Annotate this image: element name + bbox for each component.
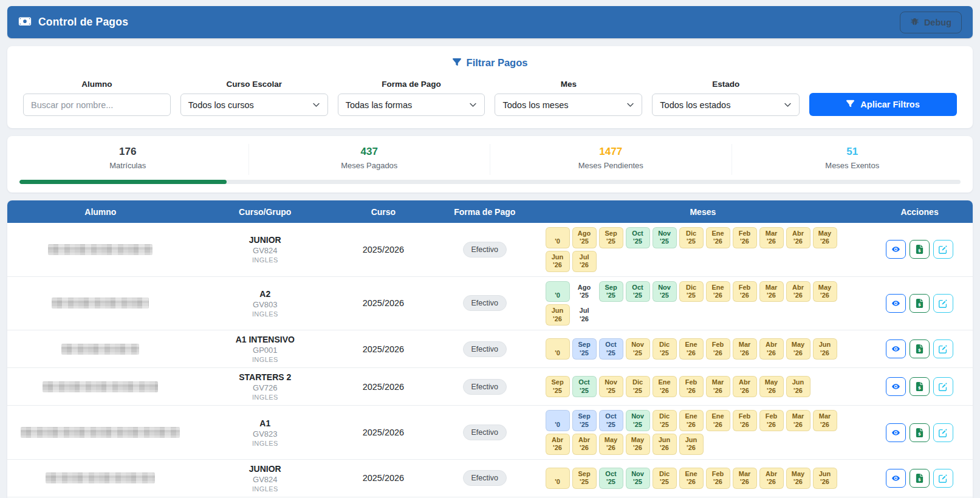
month-chip-pending[interactable]: May'26 — [813, 281, 837, 302]
invoice-button[interactable]: $ — [910, 294, 930, 313]
month-chip-none[interactable]: Ago'25 — [572, 281, 597, 302]
month-chip-paid[interactable]: Nov'25 — [626, 468, 650, 489]
month-chip-pending[interactable]: Feb'26 — [733, 227, 757, 248]
edit-button[interactable] — [933, 377, 953, 396]
view-payments-button[interactable] — [886, 377, 906, 396]
month-chip-pending[interactable]: Mar'26 — [759, 227, 784, 248]
month-chip-paid[interactable]: Oct'25 — [599, 468, 623, 489]
view-payments-button[interactable] — [886, 294, 906, 313]
month-chip-pending[interactable]: Jun'26 — [813, 468, 837, 489]
month-chip-pending[interactable]: Mar'26 — [706, 376, 730, 397]
month-chip-paid[interactable]: Oct'25 — [572, 376, 597, 397]
month-chip-paid[interactable]: Oct'25 — [626, 281, 650, 302]
month-chip-pending[interactable]: Ene'26 — [706, 281, 730, 302]
edit-button[interactable] — [933, 423, 953, 442]
month-chip-pending[interactable]: Ene'26 — [706, 227, 730, 248]
invoice-button[interactable]: $ — [910, 469, 930, 488]
month-chip-pending[interactable]: Mar'26 — [786, 410, 810, 431]
month-chip-pending[interactable]: Ene'26 — [679, 338, 704, 360]
month-chip-pending[interactable]: '0 — [546, 468, 570, 489]
month-chip-exempt[interactable]: '0 — [546, 410, 570, 431]
month-chip-pending[interactable]: Abr'26 — [546, 434, 570, 455]
invoice-button[interactable]: $ — [910, 423, 930, 442]
month-chip-pending[interactable]: Dic'25 — [679, 227, 704, 248]
month-chip-pending[interactable]: '0 — [546, 338, 570, 360]
month-chip-pending[interactable]: Jun'26 — [546, 304, 570, 326]
filter-select-mes[interactable]: Todos los meses — [495, 94, 642, 116]
month-chip-pending[interactable]: Abr'26 — [786, 227, 810, 248]
month-chip-pending[interactable]: May'26 — [786, 468, 810, 489]
month-chip-pending[interactable]: Dic'25 — [653, 468, 677, 489]
month-chip-pending[interactable]: Jun'26 — [679, 434, 704, 455]
view-payments-button[interactable] — [886, 423, 906, 442]
month-chip-pending[interactable]: Mar'26 — [759, 281, 784, 302]
search-student-input[interactable] — [23, 94, 171, 116]
month-chip-pending[interactable]: Mar'26 — [733, 468, 757, 489]
month-chip-pending[interactable]: Nov'25 — [599, 376, 623, 397]
month-chip-paid[interactable]: Oct'25 — [626, 227, 650, 248]
view-payments-button[interactable] — [886, 240, 906, 259]
edit-button[interactable] — [933, 469, 953, 488]
month-chip-pending[interactable]: Ene'26 — [679, 410, 704, 431]
month-chip-pending[interactable]: Jun'26 — [786, 376, 810, 397]
month-chip-pending[interactable]: Mar'26 — [733, 338, 757, 360]
month-chip-pending[interactable]: May'26 — [786, 338, 810, 360]
month-chip-exempt[interactable]: Oct'25 — [599, 410, 623, 431]
month-chip-pending[interactable]: Feb'26 — [706, 338, 730, 360]
debug-button[interactable]: Debug — [900, 12, 962, 33]
edit-button[interactable] — [933, 240, 953, 259]
edit-button[interactable] — [933, 294, 953, 313]
month-chip-pending[interactable]: May'26 — [759, 376, 784, 397]
month-chip-pending[interactable]: '0 — [546, 227, 570, 248]
month-chip-paid[interactable]: Sep'25 — [599, 281, 623, 302]
month-chip-pending[interactable]: May'26 — [813, 227, 837, 248]
month-chip-pending[interactable]: May'26 — [626, 434, 650, 455]
month-chip-pending[interactable]: Ene'26 — [653, 376, 677, 397]
month-chip-pending[interactable]: Jun'26 — [546, 251, 570, 272]
month-chip-none[interactable]: Jul'26 — [572, 304, 597, 326]
apply-filters-button[interactable]: Aplicar Filtros — [809, 93, 957, 116]
month-chip-pending[interactable]: Dic'25 — [679, 281, 704, 302]
month-chip-pending[interactable]: Ene'26 — [679, 468, 704, 489]
month-chip-pending[interactable]: Abr'26 — [572, 434, 597, 455]
month-chip-pending[interactable]: Jul'26 — [572, 251, 597, 272]
month-chip-pending[interactable]: Sep'25 — [546, 376, 570, 397]
view-payments-button[interactable] — [886, 339, 906, 358]
month-chip-exempt[interactable]: Sep'25 — [572, 410, 597, 431]
month-chip-pending[interactable]: May'26 — [599, 434, 623, 455]
month-chip-pending[interactable]: Abr'26 — [759, 468, 784, 489]
month-chip-pending[interactable]: Feb'26 — [733, 281, 757, 302]
month-chip-pending[interactable]: Nov'25 — [626, 338, 650, 360]
edit-button[interactable] — [933, 339, 953, 358]
month-chip-pending[interactable]: Abr'26 — [759, 338, 784, 360]
month-chip-pending[interactable]: Dic'25 — [653, 338, 677, 360]
invoice-button[interactable]: $ — [910, 240, 930, 259]
month-chip-exempt[interactable]: Sep'25 — [572, 338, 597, 360]
view-payments-button[interactable] — [886, 469, 906, 488]
month-chip-paid[interactable]: Nov'25 — [653, 281, 677, 302]
invoice-button[interactable]: $ — [910, 377, 930, 396]
month-chip-pending[interactable]: Sep'25 — [599, 227, 623, 248]
month-chip-pending[interactable]: Dic'25 — [653, 410, 677, 431]
filter-select-forma-de-pago[interactable]: Todas las formas — [338, 94, 485, 116]
month-chip-pending[interactable]: Ene'26 — [706, 410, 730, 431]
filter-select-estado[interactable]: Todos los estados — [652, 94, 800, 116]
month-chip-pending[interactable]: Feb'26 — [706, 468, 730, 489]
month-chip-pending[interactable]: Abr'26 — [786, 281, 810, 302]
month-chip-pending[interactable]: Ago'25 — [572, 227, 597, 248]
month-chip-pending[interactable]: Feb'26 — [733, 410, 757, 431]
month-chip-pending[interactable]: Feb'26 — [759, 410, 784, 431]
filter-select-curso-escolar[interactable]: Todos los cursos — [180, 94, 328, 116]
month-chip-pending[interactable]: Mar'26 — [813, 410, 837, 431]
month-chip-pending[interactable]: Dic'25 — [626, 376, 650, 397]
month-chip-pending[interactable]: Sep'25 — [572, 468, 597, 489]
month-chip-pending[interactable]: Jun'26 — [653, 434, 677, 455]
month-chip-paid[interactable]: Nov'25 — [626, 410, 650, 431]
month-chip-pending[interactable]: Abr'26 — [733, 376, 757, 397]
month-chip-paid[interactable]: Nov'25 — [653, 227, 677, 248]
month-chip-pending[interactable]: Feb'26 — [679, 376, 704, 397]
month-chip-paid[interactable]: '0 — [546, 281, 570, 302]
month-chip-pending[interactable]: Jun'26 — [813, 338, 837, 360]
invoice-button[interactable]: $ — [910, 339, 930, 358]
month-chip-exempt[interactable]: Oct'25 — [599, 338, 623, 360]
